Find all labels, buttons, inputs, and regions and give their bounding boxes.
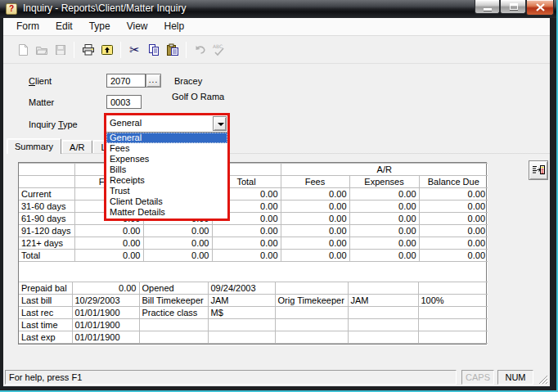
tab-ar[interactable]: A/R: [61, 140, 92, 153]
copy-icon: [147, 43, 160, 56]
minimize-icon: [484, 8, 492, 11]
row-label: Last rec: [19, 307, 72, 319]
paste-button[interactable]: [163, 41, 182, 59]
dropdown-option-trust[interactable]: Trust: [106, 186, 227, 196]
client-name-text: Bracey: [174, 76, 202, 86]
folder-up-icon: [101, 43, 114, 56]
inquiry-type-value: General: [110, 118, 142, 128]
aging-cell: 0.00: [349, 225, 419, 237]
detail-cell: M$: [208, 307, 275, 319]
group-header-ar: A/R: [281, 164, 488, 176]
table-row: Last time01/01/1900: [19, 319, 488, 331]
window-title: Inquiry - Reports\Client/Matter Inquiry: [23, 2, 186, 14]
summary-grid: A/RFeesTotalFeesExpensesBalance DueCurre…: [18, 162, 487, 345]
row-label: Last exp: [19, 331, 72, 344]
close-button[interactable]: [526, 0, 554, 16]
row-label: Prepaid bal: [19, 282, 72, 295]
aging-cell: 0.00: [212, 237, 281, 250]
matter-input[interactable]: 0003: [106, 95, 142, 109]
cut-button[interactable]: ✂: [125, 41, 144, 59]
tab-summary[interactable]: Summary: [7, 138, 61, 154]
chevron-down-icon: [218, 123, 224, 126]
aging-cell: 0.00: [349, 188, 419, 201]
detail-cell: [418, 331, 488, 344]
detail-cell: 01/01/1900: [72, 307, 139, 319]
toolbar-separator: [186, 42, 187, 58]
combo-dropdown-button[interactable]: [213, 116, 227, 131]
undo-button[interactable]: [191, 41, 209, 59]
menu-item-edit[interactable]: Edit: [47, 18, 81, 35]
table-row: 61-90 days0.000.000.000.000.000.00: [19, 213, 488, 225]
dropdown-option-general[interactable]: General: [106, 133, 227, 143]
num-indicator: NUM: [497, 370, 533, 385]
resize-grip[interactable]: [537, 373, 548, 385]
row-label: 121+ days: [19, 237, 74, 250]
dropdown-option-expenses[interactable]: Expenses: [106, 154, 227, 164]
table-row: 31-60 days0.000.000.000.000.000.00: [19, 201, 488, 213]
client-input[interactable]: 2070: [106, 74, 146, 88]
toolbar-separator: [74, 42, 74, 58]
save-button[interactable]: [51, 41, 70, 59]
minimize-button[interactable]: [475, 0, 500, 14]
menu-item-help[interactable]: Help: [156, 18, 193, 35]
table-row: Last exp01/01/1900: [19, 331, 488, 344]
drill-down-icon: [532, 164, 545, 177]
aging-cell: 0.00: [143, 237, 212, 250]
title-bar[interactable]: ? Inquiry - Reports\Client/Matter Inquir…: [0, 0, 556, 18]
open-folder-button[interactable]: [32, 41, 51, 59]
dropdown-option-receipts[interactable]: Receipts: [106, 175, 227, 186]
detail-cell: [208, 319, 275, 331]
toolbar: ✂ ABC: [3, 37, 550, 64]
aging-cell: 0.00: [281, 201, 349, 213]
dropdown-option-client-details[interactable]: Client Details: [106, 196, 227, 207]
table-row: Total0.000.000.000.000.000.00: [19, 250, 488, 262]
drill-down-button[interactable]: [529, 160, 548, 180]
dropdown-option-matter-details[interactable]: Matter Details: [106, 207, 227, 218]
maximize-button[interactable]: [500, 0, 526, 14]
spell-check-button[interactable]: ABC: [209, 41, 228, 59]
detail-cell: Bill Timekeeper: [139, 295, 208, 307]
spell-check-icon: ABC: [212, 43, 227, 56]
detail-cell: 01/01/1900: [72, 331, 139, 344]
row-label: 31-60 days: [19, 201, 74, 213]
detail-cell: [139, 331, 208, 344]
aging-cell: 0.00: [74, 237, 143, 250]
inquiry-type-combobox[interactable]: General: [106, 115, 227, 133]
column-header: Expenses: [349, 176, 419, 188]
folder-up-button[interactable]: [97, 41, 116, 59]
aging-cell: 0.00: [419, 250, 488, 262]
client-browse-button[interactable]: ...: [146, 74, 161, 88]
toolbar-separator: [120, 42, 121, 58]
detail-cell: [275, 282, 348, 295]
table-row: FeesTotalFeesExpensesBalance Due: [19, 176, 488, 188]
menu-bar: FormEditTypeViewHelp: [3, 18, 550, 36]
matter-label: Matter: [29, 97, 54, 107]
row-label: [19, 164, 74, 176]
menu-item-view[interactable]: View: [119, 18, 156, 35]
detail-table: Prepaid bal0.00Opened09/24/2003Last bill…: [19, 282, 488, 344]
row-label: Last time: [19, 319, 72, 331]
new-document-button[interactable]: [13, 41, 32, 59]
detail-cell: Opened: [139, 282, 208, 295]
detail-cell: [139, 319, 208, 331]
detail-cell: [348, 319, 418, 331]
table-row: Prepaid bal0.00Opened09/24/2003: [19, 282, 488, 295]
detail-cell: Practice class: [139, 307, 208, 319]
caps-indicator: CAPS: [461, 370, 494, 385]
copy-button[interactable]: [144, 41, 163, 59]
dropdown-option-bills[interactable]: Bills: [106, 164, 227, 175]
dropdown-option-fees[interactable]: Fees: [106, 143, 227, 154]
undo-icon: [194, 43, 207, 56]
row-label: 61-90 days: [19, 213, 74, 225]
menu-item-form[interactable]: Form: [8, 18, 47, 35]
aging-cell: 0.00: [349, 213, 419, 225]
detail-cell: [348, 307, 418, 319]
print-button[interactable]: [79, 41, 97, 59]
aging-cell: 0.00: [212, 250, 281, 262]
row-label: [19, 176, 74, 188]
aging-cell: 0.00: [281, 188, 349, 201]
row-label: Last bill: [19, 295, 72, 307]
table-row: Last bill10/29/2003Bill TimekeeperJAMOri…: [19, 295, 488, 307]
aging-cell: 0.00: [143, 250, 212, 262]
menu-item-type[interactable]: Type: [81, 18, 119, 35]
